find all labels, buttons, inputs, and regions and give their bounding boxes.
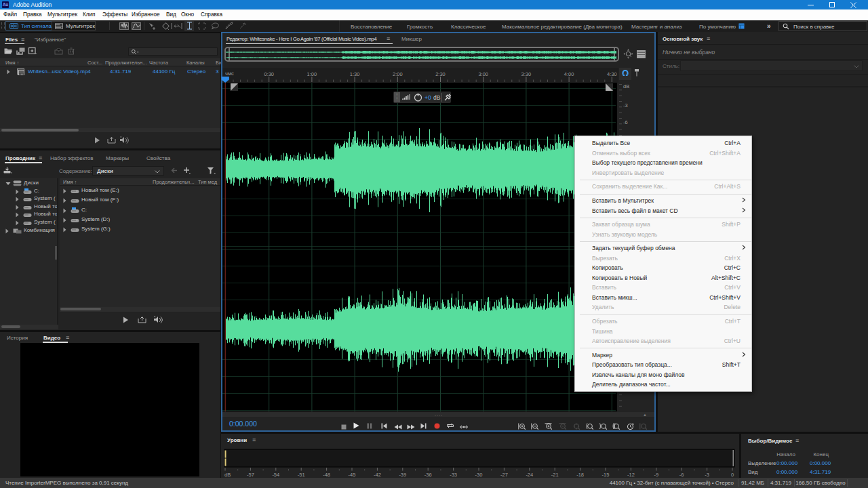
svg-text:-33: -33 (450, 472, 457, 478)
svg-text:-3: -3 (623, 102, 628, 108)
svg-text:-57: -57 (247, 472, 254, 478)
svg-text:4:00: 4:00 (564, 71, 574, 77)
svg-text:-48: -48 (323, 472, 330, 478)
svg-text:-9: -9 (654, 472, 658, 478)
svg-text:3:30: 3:30 (521, 71, 532, 77)
svg-text:-30: -30 (475, 472, 483, 478)
svg-text:-51: -51 (298, 472, 305, 478)
svg-text:-6: -6 (623, 119, 628, 125)
svg-text:0: 0 (731, 472, 734, 478)
svg-text:-45: -45 (349, 472, 356, 478)
svg-text:-27: -27 (500, 472, 508, 478)
svg-text:-24: -24 (526, 472, 533, 478)
svg-text:-42: -42 (374, 472, 381, 478)
svg-text:-15: -15 (602, 472, 610, 478)
svg-text:-21: -21 (551, 472, 559, 478)
svg-text:dB: dB (623, 83, 629, 89)
svg-text:-39: -39 (399, 472, 406, 478)
svg-text:2:00: 2:00 (393, 71, 403, 77)
svg-text:3:00: 3:00 (478, 71, 488, 77)
svg-text:-36: -36 (425, 472, 432, 478)
svg-text:0:30: 0:30 (264, 71, 274, 77)
svg-text:-12: -12 (627, 472, 635, 478)
svg-text:1:30: 1:30 (350, 71, 360, 77)
svg-text:1:00: 1:00 (307, 71, 317, 77)
svg-text:чмс: чмс (225, 70, 234, 77)
svg-text:-54: -54 (272, 472, 279, 478)
svg-text:-3: -3 (705, 472, 709, 478)
svg-text:-6: -6 (679, 472, 684, 478)
svg-text:2:30: 2:30 (435, 71, 446, 77)
svg-text:dB: dB (224, 472, 231, 478)
svg-text:-18: -18 (576, 472, 584, 478)
svg-text:4:30: 4:30 (607, 71, 617, 77)
